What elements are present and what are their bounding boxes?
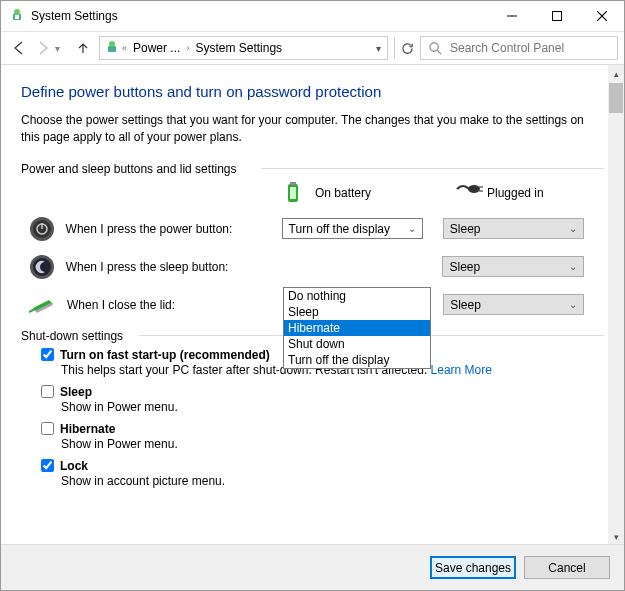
dropdown-option[interactable]: Sleep	[284, 304, 430, 320]
navbar: ▾ « Power ... › System Settings ▾	[1, 31, 624, 65]
scroll-down-icon[interactable]: ▾	[608, 528, 624, 545]
sleep-plugged-dropdown[interactable]: Sleep⌄	[442, 256, 584, 277]
sd-hibernate: Hibernate Show in Power menu.	[41, 422, 604, 451]
sleep-checkbox[interactable]	[41, 385, 54, 398]
chevron-down-icon: ⌄	[569, 223, 577, 234]
minimize-button[interactable]	[489, 1, 534, 31]
power-battery-dropdown[interactable]: Turn off the display⌄	[282, 218, 423, 239]
scroll-thumb[interactable]	[609, 83, 623, 113]
content-area: Define power buttons and turn on passwor…	[1, 65, 624, 545]
maximize-button[interactable]	[534, 1, 579, 31]
power-button-icon	[29, 215, 56, 243]
window-title: System Settings	[31, 9, 489, 23]
search-input[interactable]	[450, 41, 609, 55]
divider	[261, 168, 604, 169]
col-plugged-in: Plugged in	[455, 181, 603, 205]
svg-point-1	[14, 9, 20, 15]
titlebar: System Settings	[1, 1, 624, 31]
chevron-right-icon: ›	[186, 43, 189, 53]
laptop-lid-icon	[29, 291, 57, 319]
search-box[interactable]	[420, 36, 618, 60]
hibernate-checkbox[interactable]	[41, 422, 54, 435]
crumb-sep-icon: «	[122, 43, 127, 53]
breadcrumb-item[interactable]: System Settings	[191, 41, 286, 55]
svg-point-14	[468, 185, 480, 193]
refresh-button[interactable]	[394, 37, 420, 59]
dropdown-option[interactable]: Hibernate	[284, 320, 430, 336]
fast-startup-checkbox[interactable]	[41, 348, 54, 361]
chevron-down-icon: ⌄	[569, 299, 577, 310]
lock-checkbox[interactable]	[41, 459, 54, 472]
svg-point-9	[430, 42, 438, 50]
chevron-down-icon: ⌄	[569, 261, 577, 272]
address-bar[interactable]: « Power ... › System Settings ▾	[99, 36, 388, 60]
svg-rect-4	[552, 12, 561, 21]
vertical-scrollbar[interactable]: ▴ ▾	[608, 65, 624, 545]
battery-icon	[283, 181, 307, 205]
learn-more-link[interactable]: Learn More	[431, 363, 492, 377]
up-button[interactable]	[71, 36, 95, 60]
footer-bar: Save changes Cancel	[1, 544, 624, 590]
breadcrumb-item[interactable]: Power ...	[129, 41, 184, 55]
dropdown-option[interactable]: Do nothing	[284, 288, 430, 304]
svg-rect-12	[290, 182, 296, 185]
row-sleep-button: When I press the sleep button: Sleep⌄	[21, 253, 604, 281]
app-icon	[9, 8, 25, 24]
sleep-button-icon	[29, 253, 56, 281]
chevron-down-icon[interactable]: ▾	[376, 43, 381, 54]
plug-icon	[455, 181, 479, 205]
svg-point-8	[109, 41, 115, 47]
lid-plugged-dropdown[interactable]: Sleep⌄	[443, 294, 584, 315]
search-icon	[429, 42, 442, 55]
row-power-button: When I press the power button: Turn off …	[21, 215, 604, 243]
history-chevron[interactable]: ▾	[55, 43, 71, 54]
forward-button[interactable]	[31, 36, 55, 60]
power-battery-dropdown-list[interactable]: Do nothingSleepHibernateShut downTurn of…	[283, 287, 431, 369]
sd-sleep: Sleep Show in Power menu.	[41, 385, 604, 414]
address-icon	[104, 40, 120, 56]
page-intro: Choose the power settings that you want …	[21, 112, 604, 146]
page-heading: Define power buttons and turn on passwor…	[21, 83, 604, 100]
dropdown-option[interactable]: Turn off the display	[284, 352, 430, 368]
svg-line-10	[437, 50, 441, 54]
back-button[interactable]	[7, 36, 31, 60]
cancel-button[interactable]: Cancel	[524, 556, 610, 579]
dropdown-option[interactable]: Shut down	[284, 336, 430, 352]
sd-lock: Lock Show in account picture menu.	[41, 459, 604, 488]
close-button[interactable]	[579, 1, 624, 31]
svg-rect-2	[15, 15, 19, 19]
section-power-buttons: Power and sleep buttons and lid settings	[21, 162, 604, 169]
scroll-up-icon[interactable]: ▴	[608, 65, 624, 82]
svg-rect-13	[290, 187, 296, 199]
power-plugged-dropdown[interactable]: Sleep⌄	[443, 218, 584, 239]
save-changes-button[interactable]: Save changes	[430, 556, 516, 579]
chevron-down-icon: ⌄	[408, 223, 416, 234]
col-on-battery: On battery	[283, 181, 431, 205]
